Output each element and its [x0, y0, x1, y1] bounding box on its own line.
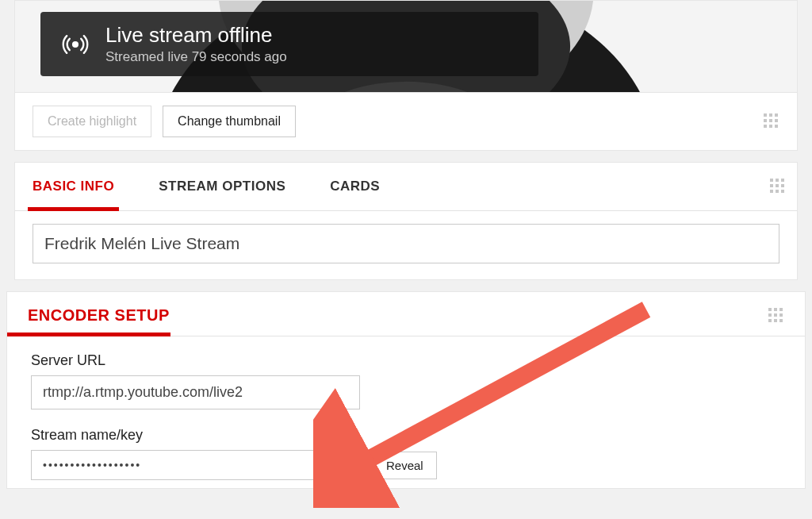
reveal-button[interactable]: Reveal [373, 452, 437, 479]
stream-title-input[interactable] [33, 224, 779, 263]
encoder-setup-panel: ENCODER SETUP Server URL Stream name/key… [6, 291, 806, 489]
stream-key-field[interactable] [31, 450, 360, 480]
change-thumbnail-button[interactable]: Change thumbnail [163, 106, 296, 137]
preview-toolbar: Create highlight Change thumbnail [15, 92, 797, 150]
drag-handle-icon[interactable] [770, 179, 786, 194]
live-broadcast-icon [61, 30, 90, 59]
stream-status-banner: Live stream offline Streamed live 79 sec… [40, 12, 538, 76]
stream-status-title: Live stream offline [105, 23, 521, 48]
stream-status-subtitle: Streamed live 79 seconds ago [105, 49, 521, 65]
svg-point-5 [72, 40, 79, 47]
stream-preview-panel: Live stream offline Streamed live 79 sec… [14, 0, 798, 151]
tab-cards[interactable]: CARDS [330, 163, 380, 210]
create-highlight-button: Create highlight [33, 106, 151, 137]
stream-settings-panel: BASIC INFO STREAM OPTIONS CARDS [14, 162, 798, 280]
stream-key-label: Stream name/key [31, 427, 781, 444]
server-url-field[interactable] [31, 375, 360, 409]
encoder-heading: ENCODER SETUP [28, 306, 170, 325]
tab-basic-info[interactable]: BASIC INFO [33, 163, 114, 210]
stream-preview: Live stream offline Streamed live 79 sec… [15, 1, 797, 92]
server-url-label: Server URL [31, 352, 781, 369]
tab-stream-options[interactable]: STREAM OPTIONS [159, 163, 285, 210]
drag-handle-icon[interactable] [768, 308, 784, 324]
encoder-header: ENCODER SETUP [7, 292, 805, 336]
tab-bar: BASIC INFO STREAM OPTIONS CARDS [15, 163, 797, 211]
drag-handle-icon[interactable] [764, 113, 779, 129]
